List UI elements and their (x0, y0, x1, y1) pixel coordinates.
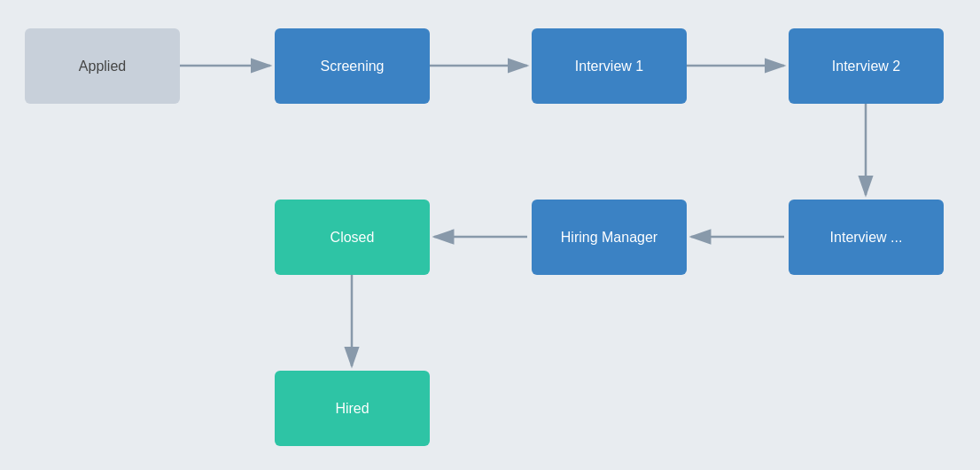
node-interview1[interactable]: Interview 1 (532, 28, 687, 104)
node-applied[interactable]: Applied (25, 28, 180, 104)
node-screening-label: Screening (320, 59, 384, 74)
node-closed-label: Closed (331, 230, 375, 246)
diagram-container: Applied Screening Interview 1 Interview … (0, 0, 980, 470)
node-interview2-label: Interview 2 (832, 59, 900, 74)
node-interviewdots-label: Interview ... (830, 230, 903, 246)
node-interviewdots[interactable]: Interview ... (789, 200, 944, 275)
node-interview1-label: Interview 1 (575, 59, 643, 74)
node-applied-label: Applied (79, 59, 126, 74)
node-screening[interactable]: Screening (275, 28, 430, 104)
node-interview2[interactable]: Interview 2 (789, 28, 944, 104)
node-hiringmanager[interactable]: Hiring Manager (532, 200, 687, 275)
node-closed[interactable]: Closed (275, 200, 430, 275)
node-hired-label: Hired (335, 401, 369, 417)
node-hiringmanager-label: Hiring Manager (561, 230, 657, 246)
node-hired[interactable]: Hired (275, 371, 430, 446)
